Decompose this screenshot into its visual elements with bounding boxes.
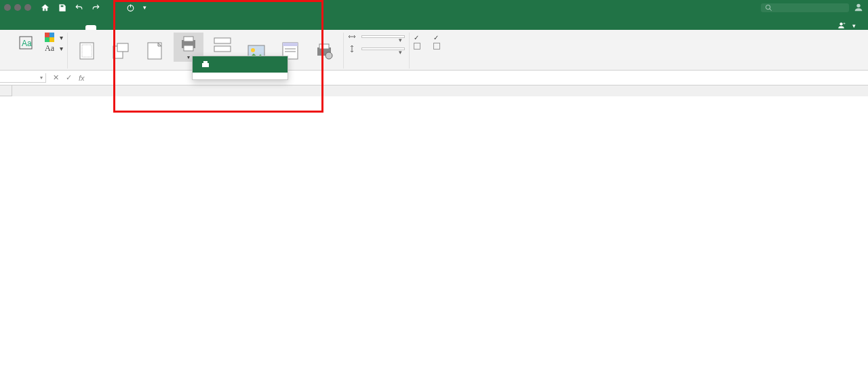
user-icon[interactable] bbox=[853, 2, 864, 13]
ribbon-tabs: + ▾ bbox=[0, 15, 868, 30]
orientation-button[interactable] bbox=[106, 33, 136, 62]
undo-icon[interactable] bbox=[75, 3, 83, 12]
themes-button[interactable]: Aa bbox=[11, 33, 41, 54]
tab-draw[interactable] bbox=[61, 25, 72, 30]
ribbon: Aa ▾ Aa ▾ ▾ ▾ bbox=[0, 30, 868, 71]
svg-rect-10 bbox=[50, 33, 54, 37]
cancel-formula-icon[interactable]: ✕ bbox=[53, 73, 59, 82]
svg-rect-11 bbox=[45, 37, 50, 42]
fonts-button[interactable]: Aa ▾ bbox=[45, 43, 63, 54]
width-select[interactable] bbox=[361, 35, 405, 38]
printer-icon bbox=[201, 60, 210, 69]
svg-line-3 bbox=[770, 8, 772, 10]
page-setup-button[interactable] bbox=[309, 33, 339, 62]
headings-view-checkbox[interactable]: ✓ bbox=[433, 34, 442, 41]
tab-formulas[interactable] bbox=[110, 25, 121, 30]
window-controls[interactable] bbox=[4, 4, 31, 11]
svg-point-4 bbox=[856, 4, 860, 7]
svg-rect-20 bbox=[184, 45, 193, 51]
margins-button[interactable] bbox=[72, 33, 102, 62]
svg-text:+: + bbox=[843, 21, 846, 25]
gridlines-view-checkbox[interactable]: ✓ bbox=[414, 34, 422, 41]
svg-rect-33 bbox=[203, 61, 208, 64]
tab-review[interactable] bbox=[159, 25, 170, 30]
height-select[interactable] bbox=[361, 47, 405, 50]
save-icon[interactable] bbox=[58, 3, 66, 12]
search-icon bbox=[765, 4, 772, 12]
power-icon[interactable] bbox=[126, 3, 135, 12]
gridlines-print-checkbox[interactable] bbox=[414, 43, 422, 50]
height-icon bbox=[348, 45, 356, 53]
svg-point-5 bbox=[840, 22, 842, 25]
spreadsheet[interactable] bbox=[0, 85, 868, 96]
window-titlebar: ▾ bbox=[0, 0, 868, 15]
accept-formula-icon[interactable]: ✓ bbox=[66, 73, 72, 82]
set-print-area-item[interactable] bbox=[193, 56, 288, 73]
colors-button[interactable]: ▾ bbox=[45, 33, 63, 42]
redo-icon[interactable] bbox=[92, 3, 100, 12]
tab-page-layout[interactable] bbox=[85, 25, 96, 30]
svg-rect-12 bbox=[50, 37, 54, 42]
svg-point-2 bbox=[766, 5, 770, 9]
svg-rect-26 bbox=[283, 43, 298, 46]
name-box[interactable]: ▾ bbox=[0, 73, 46, 83]
svg-point-24 bbox=[251, 48, 255, 52]
width-icon bbox=[348, 33, 356, 41]
home-icon[interactable] bbox=[41, 3, 50, 12]
clear-print-area-item[interactable] bbox=[193, 73, 288, 79]
tab-home[interactable] bbox=[12, 25, 23, 30]
headings-print-checkbox[interactable] bbox=[433, 43, 442, 50]
share-user-icon: + bbox=[837, 21, 846, 30]
qat-more-icon[interactable]: ▾ bbox=[143, 4, 146, 11]
formula-bar: ▾ ✕ ✓ fx bbox=[0, 71, 868, 85]
tab-insert[interactable] bbox=[37, 25, 47, 30]
svg-point-31 bbox=[326, 52, 332, 59]
svg-rect-19 bbox=[184, 37, 193, 41]
size-button[interactable] bbox=[140, 33, 170, 62]
fx-icon[interactable]: fx bbox=[79, 74, 85, 82]
svg-rect-16 bbox=[117, 43, 128, 52]
search-box[interactable] bbox=[761, 3, 849, 12]
svg-text:Aa: Aa bbox=[22, 39, 32, 48]
svg-rect-21 bbox=[214, 38, 231, 43]
tab-data[interactable] bbox=[134, 25, 145, 30]
tab-view[interactable] bbox=[183, 25, 194, 30]
svg-rect-22 bbox=[214, 46, 231, 52]
svg-rect-30 bbox=[319, 44, 329, 49]
print-area-dropdown bbox=[192, 56, 288, 80]
svg-rect-9 bbox=[45, 33, 50, 37]
